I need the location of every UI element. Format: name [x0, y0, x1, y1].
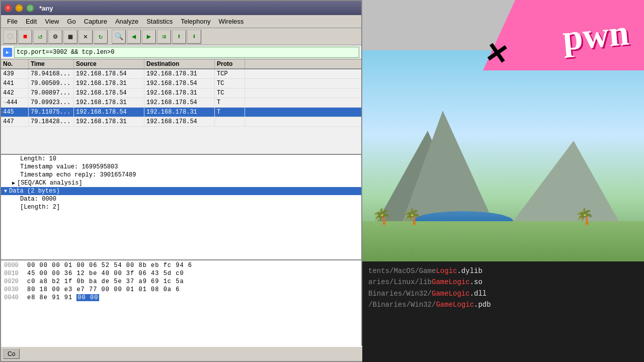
term-line-2: aries/Linux/libGameLogic.so [368, 277, 638, 288]
cell-proto: TC [215, 79, 245, 88]
toolbar-options-btn[interactable]: ⚙ [48, 30, 62, 44]
taskbar: Co [1, 346, 363, 361]
cell-no: 439 [1, 69, 29, 78]
filter-icon: ▶ [3, 48, 12, 57]
toolbar-close-btn[interactable]: ✕ [78, 30, 93, 44]
col-header-time: Time [29, 59, 74, 68]
filter-bar: ▶ [1, 45, 361, 59]
cell-time: 79.11075... [29, 108, 74, 117]
cell-no: 442 [1, 88, 29, 98]
toolbar-down-btn[interactable]: ⬇ [187, 30, 201, 44]
ground [362, 221, 644, 261]
toolbar-new-btn[interactable]: ⬡ [3, 30, 17, 44]
menu-bar: File Edit View Go Capture Analyze Statis… [1, 15, 361, 28]
cell-dst: 192.168.178.31 [144, 88, 215, 98]
pwn-text: pwn [561, 12, 631, 59]
palm-tree-3: 🌴 [575, 208, 594, 221]
menu-analyze[interactable]: Analyze [111, 17, 142, 26]
minimize-button[interactable]: − [15, 4, 23, 12]
packet-row-3[interactable]: →444 79.09923... 192.168.178.31 192.168.… [1, 98, 361, 108]
window-title: *any [39, 5, 53, 12]
cell-dst: 192.168.178.54 [144, 98, 215, 107]
menu-file[interactable]: File [3, 17, 22, 26]
detail-length[interactable]: Length: 10 [17, 155, 361, 163]
title-bar: × − □ *any [1, 1, 361, 15]
term-line-3: Binaries/Win32/GameLogic.dll [368, 288, 638, 299]
cell-src: 192.168.178.31 [74, 98, 144, 107]
cell-dst: 192.168.178.54 [144, 117, 215, 126]
cell-proto: T [215, 108, 245, 117]
toolbar-jump-btn[interactable]: ⇉ [157, 30, 171, 44]
hex-row-0020: 0020 c0 a8 b2 1f 0b ba de 5e 37 a9 69 1c… [1, 278, 361, 286]
detail-seq-ack[interactable]: ▶ [SEQ/ACK analysis] [9, 179, 361, 187]
detail-ts-value[interactable]: Timestamp value: 1699595803 [17, 163, 361, 171]
menu-telephony[interactable]: Telephony [177, 17, 214, 26]
maximize-button[interactable]: □ [26, 4, 34, 12]
cell-dst: 192.168.178.54 [144, 79, 215, 88]
menu-wireless[interactable]: Wireless [214, 17, 248, 26]
menu-go[interactable]: Go [63, 17, 79, 26]
mountain-2 [403, 111, 493, 221]
toolbar-reload-btn[interactable]: ↻ [94, 30, 108, 44]
cell-proto: TCP [215, 69, 245, 78]
mountain-3 [513, 141, 619, 221]
menu-edit[interactable]: Edit [22, 17, 41, 26]
packet-row-1[interactable]: 441 79.00509... 192.168.178.31 192.168.1… [1, 79, 361, 88]
cell-time: 78.94168... [29, 69, 74, 78]
cell-src: 192.168.178.54 [74, 88, 144, 98]
sky-background: 🌴 🌴 🌴 [362, 50, 644, 261]
packet-row-4[interactable]: 445 79.11075... 192.168.178.54 192.168.1… [1, 108, 361, 117]
hex-row-0040: 0040 e8 8e 91 91 00 00 [1, 294, 361, 302]
col-header-source: Source [74, 59, 144, 68]
detail-data-length[interactable]: [Length: 2] [17, 203, 361, 211]
toolbar-next-btn[interactable]: ▶ [142, 30, 156, 44]
cell-no: →444 [1, 98, 29, 107]
toolbar-search-btn[interactable]: 🔍 [112, 30, 126, 44]
terminal-overlay: tents/MacOS/GameLogic.dylib aries/Linux/… [362, 261, 644, 362]
cell-src: 192.168.178.31 [74, 117, 144, 126]
detail-ts-echo[interactable]: Timestamp echo reply: 3901657489 [17, 171, 361, 179]
cell-no: 447 [1, 117, 29, 126]
close-button[interactable]: × [4, 4, 12, 12]
cell-proto: T [215, 98, 245, 107]
cell-dst: 192.168.178.31 [144, 108, 215, 117]
toolbar-prev-btn[interactable]: ◀ [127, 30, 141, 44]
packet-list-header: No. Time Source Destination Proto [1, 59, 361, 69]
cell-src: 192.168.178.54 [74, 108, 144, 117]
packet-row-5[interactable]: 447 79.18428... 192.168.178.31 192.168.1… [1, 117, 361, 127]
term-line-1: tents/MacOS/GameLogic.dylib [368, 265, 638, 277]
packet-rows: 439 78.94168... 192.168.178.54 192.168.1… [1, 69, 361, 127]
detail-data-section[interactable]: ▼ Data (2 bytes) [1, 187, 361, 195]
palm-leaves-icon-3: 🌴 [575, 208, 594, 226]
triangle-right-icon: ▶ [12, 180, 15, 186]
cell-time: 79.00509... [29, 79, 74, 88]
packet-row-2[interactable]: 442 79.00897... 192.168.178.54 192.168.1… [1, 88, 361, 98]
cell-src: 192.168.178.54 [74, 69, 144, 78]
cell-no: 445 [1, 108, 29, 117]
toolbar-stop-btn[interactable]: ■ [18, 30, 32, 44]
menu-capture[interactable]: Capture [80, 17, 111, 26]
right-panel: 🌴 🌴 🌴 pwn ✕ tents/MacOS/GameLogic.dylib … [362, 0, 644, 362]
detail-data-value[interactable]: Data: 0000 [17, 195, 361, 203]
hex-row-0010: 0010 45 00 00 36 12 be 40 00 3f 06 43 5d… [1, 269, 361, 278]
term-line-4: /Binaries/Win32/GameLogic.pdb [368, 299, 638, 310]
cell-time: 79.18428... [29, 117, 74, 126]
menu-statistics[interactable]: Statistics [142, 17, 177, 26]
cell-time: 79.00897... [29, 88, 74, 98]
hex-row-0030: 0030 80 18 00 e3 e7 77 00 00 01 01 08 0a… [1, 286, 361, 294]
taskbar-item[interactable]: Co [3, 349, 20, 359]
palm-leaves-icon: 🌴 [372, 208, 391, 226]
cell-dst: 192.168.178.31 [144, 69, 215, 78]
packet-list: No. Time Source Destination Proto 439 78… [1, 59, 361, 155]
cell-time: 79.09923... [29, 98, 74, 107]
toolbar-restart-btn[interactable]: ↺ [33, 30, 47, 44]
toolbar-up-btn[interactable]: ⬆ [172, 30, 186, 44]
packet-row-0[interactable]: 439 78.94168... 192.168.178.54 192.168.1… [1, 69, 361, 79]
col-header-protocol: Proto [215, 59, 245, 68]
hex-highlight: 00 00 [76, 294, 99, 301]
menu-view[interactable]: View [41, 17, 63, 26]
filter-input[interactable] [14, 47, 359, 58]
cell-src: 192.168.178.31 [74, 79, 144, 88]
toolbar-open-btn[interactable]: ▦ [63, 30, 77, 44]
col-header-no: No. [1, 59, 29, 68]
